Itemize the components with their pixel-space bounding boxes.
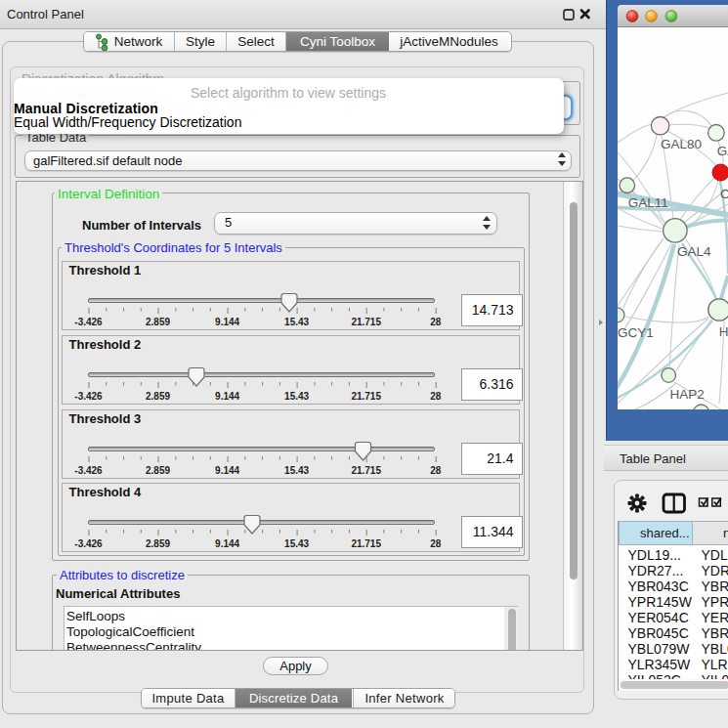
svg-text:GAL4: GAL4 xyxy=(677,244,711,259)
svg-text:H: H xyxy=(719,324,728,339)
svg-text:C: C xyxy=(720,187,728,201)
svg-text:GAL11: GAL11 xyxy=(628,195,668,210)
svg-text:GA: GA xyxy=(717,144,728,158)
svg-text:GCY1: GCY1 xyxy=(618,325,654,340)
svg-text:HAP2: HAP2 xyxy=(669,387,704,402)
svg-text:GAL80: GAL80 xyxy=(661,137,702,151)
